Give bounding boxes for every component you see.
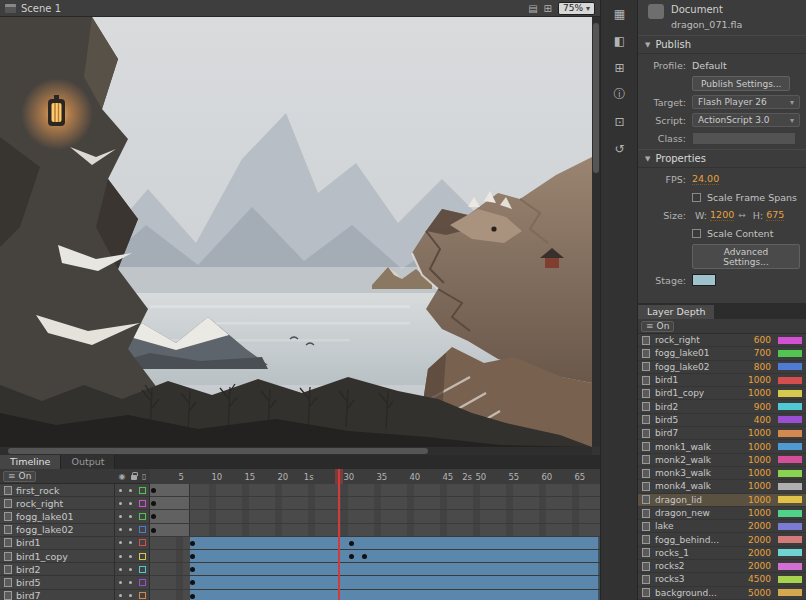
scrollbar-thumb[interactable] <box>593 23 599 173</box>
layer-depth-value[interactable]: 900 <box>743 402 771 412</box>
timeline-layer-row[interactable]: bird2 <box>0 563 600 576</box>
link-dimensions-icon[interactable]: ↔ <box>738 210 746 220</box>
layer-name[interactable]: bird5 <box>655 415 743 425</box>
layer-frames-track[interactable] <box>150 524 600 537</box>
layer-depth-value[interactable]: 1000 <box>743 455 771 465</box>
layer-name[interactable]: bird1_copy <box>655 388 743 398</box>
timeline-layer-name[interactable]: bird1 <box>16 537 40 548</box>
canvas-vertical-scrollbar[interactable] <box>592 17 600 447</box>
keyframe-dot[interactable] <box>349 554 354 559</box>
class-input[interactable] <box>692 132 796 145</box>
transform-panel-icon[interactable]: ⊡ <box>601 108 638 135</box>
scale-content-checkbox[interactable] <box>692 229 701 238</box>
tab-output[interactable]: Output <box>61 455 115 469</box>
layer-color-swatch[interactable] <box>139 566 146 573</box>
layer-depth-value[interactable]: 1000 <box>743 428 771 438</box>
layer-color-bar[interactable] <box>778 589 802 596</box>
layer-depth-value[interactable]: 2000 <box>743 535 771 545</box>
layer-depth-value[interactable]: 1000 <box>743 388 771 398</box>
keyframe-dot[interactable] <box>349 541 354 546</box>
layer-color-swatch[interactable] <box>139 553 146 560</box>
layer-name[interactable]: fogg_lake02 <box>655 362 743 372</box>
layer-color-bar[interactable] <box>778 549 802 556</box>
align-panel-icon[interactable]: ⊞ <box>601 54 638 81</box>
layer-color-bar[interactable] <box>778 337 802 344</box>
properties-section-header[interactable]: ▼ Properties <box>638 149 806 168</box>
timeline-layer-name[interactable]: bird5 <box>16 577 40 588</box>
timeline-layer-name[interactable]: fogg_lake02 <box>16 524 74 535</box>
layer-visibility-dot[interactable] <box>119 528 122 531</box>
layer-visibility-dot[interactable] <box>119 502 122 505</box>
layer-lock-dot[interactable] <box>129 515 132 518</box>
layer-depth-row[interactable]: fogg_lake02 800 <box>638 361 806 374</box>
layer-color-bar[interactable] <box>778 390 802 397</box>
layer-color-bar[interactable] <box>778 430 802 437</box>
layer-frames-track[interactable] <box>150 484 600 497</box>
timeline-layer-row[interactable]: fogg_lake01 <box>0 510 600 523</box>
layer-depth-value[interactable]: 5000 <box>743 588 771 598</box>
tween-span[interactable] <box>190 590 599 600</box>
layer-name[interactable]: fogg_lake01 <box>655 348 743 358</box>
layer-depth-row[interactable]: fogg_behind... 2000 <box>638 533 806 546</box>
layer-depth-row[interactable]: monk1_walk 1000 <box>638 440 806 453</box>
layer-depth-value[interactable]: 4500 <box>743 574 771 584</box>
layer-frames-track[interactable] <box>150 510 600 523</box>
layer-color-bar[interactable] <box>778 563 802 570</box>
layer-frames-track[interactable] <box>150 563 600 576</box>
tween-span[interactable] <box>190 550 599 562</box>
layer-color-bar[interactable] <box>778 363 802 370</box>
scene-name-label[interactable]: Scene 1 <box>21 3 61 14</box>
layer-color-bar[interactable] <box>778 456 802 463</box>
layer-color-swatch[interactable] <box>139 579 146 586</box>
layer-color-bar[interactable] <box>778 443 802 450</box>
zoom-dropdown[interactable]: 75% ▾ <box>558 2 595 15</box>
edit-scene-icon[interactable]: ▤ <box>528 3 537 14</box>
layer-lock-dot[interactable] <box>129 528 132 531</box>
layer-depth-value[interactable]: 400 <box>743 415 771 425</box>
layer-lock-dot[interactable] <box>129 502 132 505</box>
layer-frames-track[interactable] <box>150 550 600 563</box>
layer-name[interactable]: bird1 <box>655 375 743 385</box>
layer-depth-row[interactable]: rock_right 600 <box>638 334 806 347</box>
layer-name[interactable]: rocks_1 <box>655 548 743 558</box>
stage-color-swatch[interactable] <box>692 274 716 286</box>
layer-visibility-dot[interactable] <box>119 541 122 544</box>
layer-name[interactable]: lake <box>655 521 743 531</box>
layer-color-bar[interactable] <box>778 536 802 543</box>
playhead[interactable] <box>338 469 340 600</box>
layer-depth-row[interactable]: bird1 1000 <box>638 374 806 387</box>
keyframe-dot[interactable] <box>151 528 156 533</box>
history-panel-icon[interactable]: ↺ <box>601 135 638 162</box>
layer-depth-value[interactable]: 2000 <box>743 548 771 558</box>
layer-lock-dot[interactable] <box>129 581 132 584</box>
layer-frames-track[interactable] <box>150 590 600 600</box>
layer-depth-value[interactable]: 2000 <box>743 521 771 531</box>
layer-depth-row[interactable]: dragon_lid 1000 <box>638 494 806 507</box>
layer-visibility-dot[interactable] <box>119 489 122 492</box>
layer-name[interactable]: monk4_walk <box>655 481 743 491</box>
profile-value[interactable]: Default <box>692 60 727 71</box>
publish-settings-button[interactable]: Publish Settings... <box>692 76 790 91</box>
color-panel-icon[interactable]: ◧ <box>601 27 638 54</box>
stage-canvas[interactable] <box>0 17 592 447</box>
layer-depth-row[interactable]: bird7 1000 <box>638 427 806 440</box>
layer-depth-row[interactable]: bird2 900 <box>638 400 806 413</box>
layer-name[interactable]: bird2 <box>655 402 743 412</box>
layer-name[interactable]: monk1_walk <box>655 442 743 452</box>
layer-visibility-dot[interactable] <box>119 515 122 518</box>
layer-depth-value[interactable]: 1000 <box>743 508 771 518</box>
layer-color-bar[interactable] <box>778 510 802 517</box>
tween-span[interactable] <box>190 537 599 549</box>
layer-depth-row[interactable]: fogg_lake01 700 <box>638 347 806 360</box>
layer-depth-row[interactable]: bird1_copy 1000 <box>638 387 806 400</box>
swatches-panel-icon[interactable]: ▦ <box>601 0 638 27</box>
timeline-on-toggle[interactable]: ≡ On <box>3 471 36 482</box>
tab-timeline[interactable]: Timeline <box>0 455 61 469</box>
timeline-layer-row[interactable]: fogg_lake02 <box>0 524 600 537</box>
layer-name[interactable]: rocks2 <box>655 561 743 571</box>
canvas-horizontal-scrollbar[interactable] <box>0 447 592 455</box>
layer-depth-value[interactable]: 800 <box>743 362 771 372</box>
layer-visibility-dot[interactable] <box>119 568 122 571</box>
layer-color-bar[interactable] <box>778 350 802 357</box>
layer-color-bar[interactable] <box>778 483 802 490</box>
